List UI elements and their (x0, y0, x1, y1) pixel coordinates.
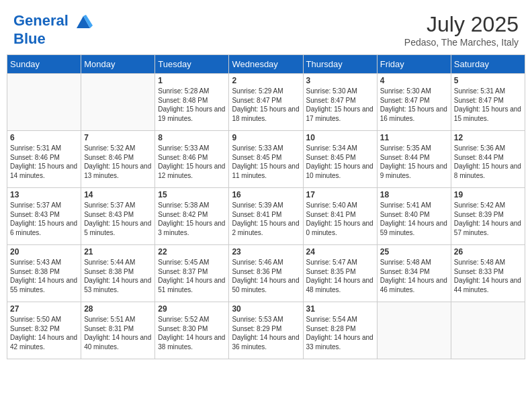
calendar-cell: 9Sunrise: 5:33 AM Sunset: 8:45 PM Daylig… (229, 131, 303, 188)
calendar-cell: 11Sunrise: 5:35 AM Sunset: 8:44 PM Dayli… (377, 131, 451, 188)
day-info: Sunrise: 5:29 AM Sunset: 8:47 PM Dayligh… (232, 87, 300, 123)
day-info: Sunrise: 5:30 AM Sunset: 8:47 PM Dayligh… (306, 87, 374, 123)
day-number: 12 (454, 133, 522, 142)
day-info: Sunrise: 5:38 AM Sunset: 8:42 PM Dayligh… (158, 201, 226, 237)
week-row-4: 20Sunrise: 5:43 AM Sunset: 8:38 PM Dayli… (7, 245, 525, 302)
day-info: Sunrise: 5:43 AM Sunset: 8:38 PM Dayligh… (10, 258, 78, 294)
day-number: 7 (84, 133, 152, 142)
week-row-5: 27Sunrise: 5:50 AM Sunset: 8:32 PM Dayli… (7, 302, 525, 359)
page-header: General Blue July 2025 Pedaso, The March… (7, 7, 525, 52)
calendar-cell: 18Sunrise: 5:41 AM Sunset: 8:40 PM Dayli… (377, 188, 451, 245)
calendar-cell: 29Sunrise: 5:52 AM Sunset: 8:30 PM Dayli… (155, 302, 229, 359)
day-number: 2 (232, 76, 300, 85)
calendar-cell: 22Sunrise: 5:45 AM Sunset: 8:37 PM Dayli… (155, 245, 229, 302)
day-number: 5 (454, 76, 522, 85)
day-number: 8 (158, 133, 226, 142)
day-info: Sunrise: 5:53 AM Sunset: 8:29 PM Dayligh… (232, 315, 300, 351)
calendar-cell: 25Sunrise: 5:48 AM Sunset: 8:34 PM Dayli… (377, 245, 451, 302)
day-info: Sunrise: 5:44 AM Sunset: 8:38 PM Dayligh… (84, 258, 152, 294)
calendar-table: SundayMondayTuesdayWednesdayThursdayFrid… (7, 54, 525, 359)
calendar-cell (7, 74, 81, 131)
month-year: July 2025 (404, 12, 519, 37)
weekday-monday: Monday (81, 55, 155, 74)
day-number: 28 (84, 304, 152, 314)
day-number: 22 (158, 247, 226, 257)
day-number: 18 (380, 190, 448, 199)
weekday-tuesday: Tuesday (155, 55, 229, 74)
day-number: 6 (10, 133, 78, 142)
day-number: 17 (306, 190, 374, 199)
weekday-friday: Friday (377, 55, 451, 74)
calendar-cell: 17Sunrise: 5:40 AM Sunset: 8:41 PM Dayli… (303, 188, 377, 245)
day-info: Sunrise: 5:47 AM Sunset: 8:35 PM Dayligh… (306, 258, 374, 294)
weekday-saturday: Saturday (451, 55, 525, 74)
day-info: Sunrise: 5:36 AM Sunset: 8:44 PM Dayligh… (454, 144, 522, 180)
weekday-header-row: SundayMondayTuesdayWednesdayThursdayFrid… (7, 55, 525, 74)
day-info: Sunrise: 5:33 AM Sunset: 8:45 PM Dayligh… (232, 144, 300, 180)
logo-general: General (13, 12, 69, 29)
day-info: Sunrise: 5:37 AM Sunset: 8:43 PM Dayligh… (84, 201, 152, 237)
day-number: 13 (10, 190, 78, 199)
calendar-cell: 8Sunrise: 5:33 AM Sunset: 8:46 PM Daylig… (155, 131, 229, 188)
day-number: 10 (306, 133, 374, 142)
day-number: 23 (232, 247, 300, 257)
day-number: 24 (306, 247, 374, 257)
day-number: 4 (380, 76, 448, 85)
calendar-cell: 20Sunrise: 5:43 AM Sunset: 8:38 PM Dayli… (7, 245, 81, 302)
day-info: Sunrise: 5:46 AM Sunset: 8:36 PM Dayligh… (232, 258, 300, 294)
logo-blue: Blue (13, 30, 46, 47)
calendar-cell: 16Sunrise: 5:39 AM Sunset: 8:41 PM Dayli… (229, 188, 303, 245)
calendar-body: 1Sunrise: 5:28 AM Sunset: 8:48 PM Daylig… (7, 74, 525, 359)
day-number: 20 (10, 247, 78, 257)
day-info: Sunrise: 5:50 AM Sunset: 8:32 PM Dayligh… (10, 315, 78, 351)
day-number: 11 (380, 133, 448, 142)
calendar-cell: 4Sunrise: 5:30 AM Sunset: 8:47 PM Daylig… (377, 74, 451, 131)
day-number: 15 (158, 190, 226, 199)
day-info: Sunrise: 5:28 AM Sunset: 8:48 PM Dayligh… (158, 87, 226, 123)
week-row-1: 1Sunrise: 5:28 AM Sunset: 8:48 PM Daylig… (7, 74, 525, 131)
day-number: 25 (380, 247, 448, 257)
calendar-cell: 10Sunrise: 5:34 AM Sunset: 8:45 PM Dayli… (303, 131, 377, 188)
weekday-sunday: Sunday (7, 55, 81, 74)
calendar-cell: 28Sunrise: 5:51 AM Sunset: 8:31 PM Dayli… (81, 302, 155, 359)
week-row-2: 6Sunrise: 5:31 AM Sunset: 8:46 PM Daylig… (7, 131, 525, 188)
calendar-cell: 30Sunrise: 5:53 AM Sunset: 8:29 PM Dayli… (229, 302, 303, 359)
day-number: 26 (454, 247, 522, 257)
day-number: 31 (306, 304, 374, 314)
location: Pedaso, The Marches, Italy (404, 37, 519, 48)
day-number: 30 (232, 304, 300, 314)
calendar-cell: 7Sunrise: 5:32 AM Sunset: 8:46 PM Daylig… (81, 131, 155, 188)
day-info: Sunrise: 5:39 AM Sunset: 8:41 PM Dayligh… (232, 201, 300, 237)
day-info: Sunrise: 5:48 AM Sunset: 8:34 PM Dayligh… (380, 258, 448, 294)
day-number: 21 (84, 247, 152, 257)
day-number: 16 (232, 190, 300, 199)
title-block: July 2025 Pedaso, The Marches, Italy (404, 12, 519, 48)
day-info: Sunrise: 5:48 AM Sunset: 8:33 PM Dayligh… (454, 258, 522, 294)
day-info: Sunrise: 5:30 AM Sunset: 8:47 PM Dayligh… (380, 87, 448, 123)
calendar-cell: 5Sunrise: 5:31 AM Sunset: 8:47 PM Daylig… (451, 74, 525, 131)
calendar-cell: 26Sunrise: 5:48 AM Sunset: 8:33 PM Dayli… (451, 245, 525, 302)
day-info: Sunrise: 5:45 AM Sunset: 8:37 PM Dayligh… (158, 258, 226, 294)
calendar-cell (451, 302, 525, 359)
day-info: Sunrise: 5:42 AM Sunset: 8:39 PM Dayligh… (454, 201, 522, 237)
day-info: Sunrise: 5:41 AM Sunset: 8:40 PM Dayligh… (380, 201, 448, 237)
logo: General Blue (13, 12, 93, 47)
calendar-cell: 2Sunrise: 5:29 AM Sunset: 8:47 PM Daylig… (229, 74, 303, 131)
calendar-cell: 23Sunrise: 5:46 AM Sunset: 8:36 PM Dayli… (229, 245, 303, 302)
calendar-cell: 27Sunrise: 5:50 AM Sunset: 8:32 PM Dayli… (7, 302, 81, 359)
day-info: Sunrise: 5:31 AM Sunset: 8:47 PM Dayligh… (454, 87, 522, 123)
logo-icon (74, 12, 93, 31)
calendar-cell: 21Sunrise: 5:44 AM Sunset: 8:38 PM Dayli… (81, 245, 155, 302)
weekday-thursday: Thursday (303, 55, 377, 74)
weekday-wednesday: Wednesday (229, 55, 303, 74)
day-number: 1 (158, 76, 226, 85)
calendar-cell: 12Sunrise: 5:36 AM Sunset: 8:44 PM Dayli… (451, 131, 525, 188)
day-info: Sunrise: 5:32 AM Sunset: 8:46 PM Dayligh… (84, 144, 152, 180)
calendar-cell: 15Sunrise: 5:38 AM Sunset: 8:42 PM Dayli… (155, 188, 229, 245)
day-info: Sunrise: 5:31 AM Sunset: 8:46 PM Dayligh… (10, 144, 78, 180)
calendar-cell: 3Sunrise: 5:30 AM Sunset: 8:47 PM Daylig… (303, 74, 377, 131)
week-row-3: 13Sunrise: 5:37 AM Sunset: 8:43 PM Dayli… (7, 188, 525, 245)
calendar-cell: 24Sunrise: 5:47 AM Sunset: 8:35 PM Dayli… (303, 245, 377, 302)
calendar-cell: 13Sunrise: 5:37 AM Sunset: 8:43 PM Dayli… (7, 188, 81, 245)
day-number: 9 (232, 133, 300, 142)
